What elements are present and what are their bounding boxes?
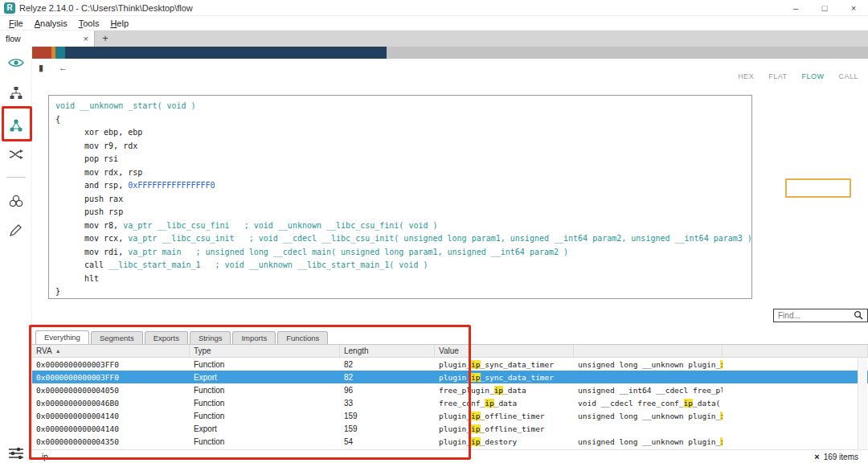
column-header-extra4[interactable] xyxy=(574,345,723,357)
cell-prototype: unsigned long __unknown plugin_ip xyxy=(574,360,723,369)
menu-help[interactable]: Help xyxy=(104,18,134,28)
column-header-rva[interactable]: RVA▲ xyxy=(32,345,190,357)
coins-icon xyxy=(9,195,23,211)
code-line: mov rcx, va_ptr __libc_csu_init ; void _… xyxy=(55,232,751,246)
window-title: Relyze 2.14.0 - C:\Users\Think\Desktop\f… xyxy=(19,3,193,13)
sidebar-button-overview[interactable] xyxy=(8,56,24,72)
view-mode-flat[interactable]: FLAT xyxy=(768,72,787,80)
content-area: ▮ ← HEXFLATFLOWCALL void __unknown _star… xyxy=(32,47,868,463)
cell-rva: 0x0000000000003FF0 xyxy=(32,360,190,369)
table-row[interactable]: 0x0000000000004050Function96free_plugin_… xyxy=(32,383,868,396)
cell-value: plugin_ip_offline_timer xyxy=(435,424,574,433)
find-input[interactable]: Find... xyxy=(773,309,868,322)
menu-analysis[interactable]: Analysis xyxy=(29,18,73,28)
table-row[interactable]: 0x0000000000003FF0Function82plugin_ip_sy… xyxy=(32,358,868,371)
panel-tab-segments[interactable]: Segments xyxy=(91,331,143,344)
code-line: mov r8, va_ptr __libc_csu_fini ; void __… xyxy=(55,219,751,233)
panel-tab-everything[interactable]: Everything xyxy=(35,330,89,344)
view-mode-call[interactable]: CALL xyxy=(838,72,858,80)
code-line: { xyxy=(55,113,751,127)
sidebar-button-resources[interactable] xyxy=(8,195,24,211)
cell-type: Export xyxy=(190,424,340,433)
match-highlight: ip xyxy=(720,412,723,420)
eye-icon xyxy=(8,57,24,72)
code-line: void __unknown _start( void ) xyxy=(55,100,751,113)
column-header-type[interactable]: Type xyxy=(190,345,340,357)
code-line: call __libc_start_main_1 ; void __unknow… xyxy=(55,259,751,272)
cell-rva: 0x0000000000004140 xyxy=(32,424,190,433)
cell-length: 82 xyxy=(340,360,435,369)
graph-nav-rectangle[interactable] xyxy=(785,178,851,198)
menu-file[interactable]: File xyxy=(3,18,29,28)
cell-rva: 0x0000000000004050 xyxy=(32,386,190,395)
search-icon[interactable] xyxy=(854,309,863,323)
panel-tab-strings[interactable]: Strings xyxy=(190,331,231,344)
cell-type: Function xyxy=(190,412,340,420)
sidebar-button-flow-graph[interactable] xyxy=(8,119,24,135)
table-row[interactable]: 0x00000000000046B0Function33free_conf_ip… xyxy=(32,396,868,409)
cell-length: 54 xyxy=(340,437,435,446)
sidebar-button-edit[interactable] xyxy=(8,223,24,240)
cell-value: plugin_ip_offline_timer xyxy=(435,412,574,420)
table-scrollbar[interactable]: ▼ xyxy=(858,358,867,457)
sidebar-button-shuffle[interactable] xyxy=(8,148,24,164)
minimap-segment[interactable] xyxy=(32,47,51,59)
view-mode-hex[interactable]: HEX xyxy=(738,72,754,80)
minimap-segment[interactable] xyxy=(55,47,65,59)
cell-length: 33 xyxy=(340,399,435,408)
match-highlight: ip xyxy=(720,437,723,446)
minimap-segment[interactable] xyxy=(65,47,387,59)
cell-length: 159 xyxy=(340,424,435,433)
match-highlight: ip xyxy=(471,437,480,446)
clear-filter-icon[interactable]: × xyxy=(814,452,819,461)
code-line: xor ebp, ebp xyxy=(55,126,751,140)
cell-length: 82 xyxy=(340,373,435,382)
code-view[interactable]: void __unknown _start( void ){xor ebp, e… xyxy=(48,95,752,299)
view-mode-flow[interactable]: FLOW xyxy=(801,72,824,80)
cell-prototype: unsigned long __unknown plugin_ip xyxy=(574,437,723,446)
pencil-icon xyxy=(10,223,23,240)
table-body: 0x0000000000003FF0Function82plugin_ip_sy… xyxy=(32,358,868,448)
flow-toolbar-icons[interactable]: ▮ ← xyxy=(39,63,74,73)
match-highlight: ip xyxy=(485,399,493,408)
match-highlight: ip xyxy=(720,360,723,369)
minimap-segment[interactable] xyxy=(387,47,868,59)
column-header-extra5[interactable] xyxy=(723,345,868,357)
code-line: pop rsi xyxy=(55,153,751,166)
cell-type: Function xyxy=(190,360,340,369)
app-window: R Relyze 2.14.0 - C:\Users\Think\Desktop… xyxy=(0,0,868,463)
doc-tab-flow[interactable]: flow × xyxy=(0,31,95,47)
titlebar: R Relyze 2.14.0 - C:\Users\Think\Desktop… xyxy=(0,0,868,16)
cell-length: 159 xyxy=(340,412,435,420)
table-row[interactable]: 0x0000000000003FF0Export82plugin_ip_sync… xyxy=(32,371,868,383)
column-header-length[interactable]: Length xyxy=(340,345,435,357)
filter-text[interactable]: ip xyxy=(42,453,48,461)
graph-icon xyxy=(9,118,23,136)
menubar: FileAnalysisToolsHelp xyxy=(0,16,868,31)
analysis-minimap[interactable] xyxy=(32,47,868,59)
table-row[interactable]: 0x0000000000004140Function159plugin_ip_o… xyxy=(32,409,868,422)
table-row[interactable]: 0x0000000000004350Function54plugin_ip_de… xyxy=(32,435,868,448)
column-header-value[interactable]: Value xyxy=(435,345,574,357)
maximize-button[interactable]: □ xyxy=(810,0,839,15)
new-tab-button[interactable]: + xyxy=(95,31,116,47)
panel-tab-exports[interactable]: Exports xyxy=(145,331,188,344)
sidebar-button-structure[interactable] xyxy=(8,87,24,103)
match-highlight: ip xyxy=(471,424,480,433)
close-button[interactable]: × xyxy=(839,0,868,15)
cell-rva: 0x0000000000003FF0 xyxy=(32,373,190,382)
panel-tab-functions[interactable]: Functions xyxy=(277,331,328,344)
menu-tools[interactable]: Tools xyxy=(73,18,105,28)
code-line: mov rdi, va_ptr main ; unsigned long __c… xyxy=(55,246,751,260)
sidebar xyxy=(0,47,32,463)
tab-close-icon[interactable]: × xyxy=(84,34,88,43)
code-line: hlt xyxy=(55,272,751,286)
cell-type: Function xyxy=(190,386,340,395)
table-row[interactable]: 0x0000000000004140Export159plugin_ip_off… xyxy=(32,422,868,435)
sidebar-button-settings[interactable] xyxy=(8,447,24,463)
filter-bar: ip × 169 items xyxy=(32,449,868,463)
panel-tab-imports[interactable]: Imports xyxy=(232,331,276,344)
cell-type: Function xyxy=(190,399,340,408)
minimize-button[interactable]: – xyxy=(781,0,810,15)
cell-value: free_plugin_ip_data xyxy=(435,386,574,395)
